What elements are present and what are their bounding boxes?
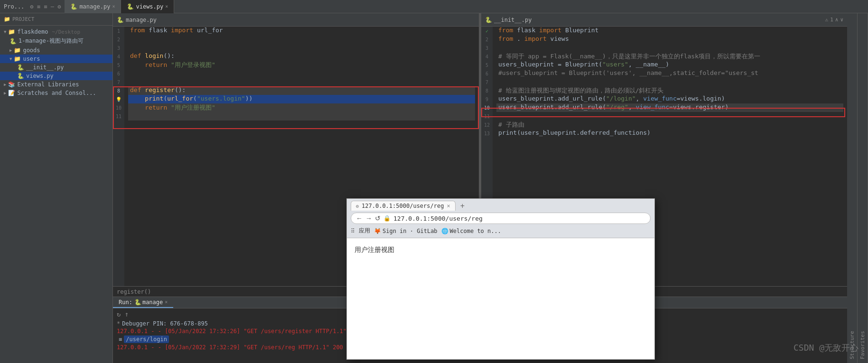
- right-line-9: users_blueprint.add_url_rule("/login", v…: [496, 95, 843, 103]
- right-line-7: [496, 78, 843, 86]
- run-tab[interactable]: Run: 🐍 manage ×: [113, 297, 173, 308]
- folder-icon-goods: 📁: [14, 47, 21, 54]
- code-line-3: [128, 44, 475, 52]
- browser-page-content: 用户注册视图: [347, 238, 654, 359]
- browser-url[interactable]: 127.0.0.1:5000/users/reg: [393, 215, 645, 222]
- browser-refresh-button[interactable]: ↺: [375, 214, 381, 222]
- app-title: Pro...: [4, 3, 24, 10]
- tab-close-views[interactable]: ×: [165, 4, 168, 9]
- project-tree[interactable]: ▼ 📁 flaskdemo ~/Desktop 🐍 1-manage-视图与路由…: [0, 26, 112, 363]
- run-icon: 🐍: [134, 299, 141, 306]
- tree-item-goods[interactable]: ▶ 📁 goods: [0, 46, 112, 55]
- tab-close-manage[interactable]: ×: [112, 4, 115, 9]
- arrow-icon: ▼: [4, 29, 6, 34]
- browser-tabs: ⊙ 127.0.0.1:5000/users/reg × +: [351, 201, 651, 211]
- right-line-5: users_blueprint = Blueprint("users", __n…: [496, 61, 843, 69]
- favorites-tab[interactable]: Favorites: [858, 13, 868, 363]
- code-line-1: from flask import url_for: [128, 27, 475, 35]
- right-line-2: from . import views: [496, 35, 843, 44]
- browser-address-bar: ← → ↺ 🔒 127.0.0.1:5000/users/reg: [351, 213, 651, 224]
- external-icon: 📚: [8, 81, 15, 88]
- browser-tab-active[interactable]: ⊙ 127.0.0.1:5000/users/reg ×: [351, 201, 456, 211]
- browser-favicon: ⊙: [356, 204, 359, 209]
- tree-item-scratches[interactable]: ▶ 📝 Scratches and Consol...: [0, 89, 112, 97]
- bookmarks-icon: ⠿: [351, 228, 355, 234]
- browser-forward-button[interactable]: →: [365, 214, 372, 222]
- gitlab-icon: 🦊: [374, 228, 381, 234]
- highlighted-path: /users/login: [124, 335, 169, 343]
- scroll-up-icon[interactable]: ↑: [124, 310, 128, 318]
- right-line-8: # 给蓝图注册视图与绑定视图的路由，路由必须以/斜杠开头: [496, 86, 843, 95]
- browser-back-button[interactable]: ←: [356, 214, 363, 222]
- right-line-1: from flask import Blueprint: [496, 27, 843, 35]
- code-line-7: [128, 78, 475, 86]
- arrow-icon-ext: ▶: [4, 82, 6, 87]
- highlight-path-icon: ≡: [119, 336, 122, 343]
- right-line-6: #users_blueprint = Blueprint('users', __…: [496, 69, 843, 78]
- right-line-11: [496, 112, 843, 121]
- tab-views-py[interactable]: 🐍 views.py ×: [121, 0, 174, 13]
- warning-icon: ⚠: [825, 17, 829, 23]
- code-line-8: def register():: [128, 86, 475, 95]
- py-icon-views: 🐍: [17, 73, 24, 79]
- code-line-2: [128, 35, 475, 44]
- tree-item-users[interactable]: ▼ 📁 users: [0, 55, 112, 63]
- project-icon: 📁: [4, 16, 10, 22]
- code-line-4: def login():: [128, 52, 475, 61]
- scratches-icon: 📝: [8, 90, 15, 96]
- welcome-icon: 🌐: [441, 228, 448, 234]
- watermark: CSDN @无敌开心: [793, 342, 859, 354]
- browser-window: ⊙ 127.0.0.1:5000/users/reg × + ← → ↺ 🔒 1…: [346, 198, 655, 360]
- sidebar-header: 📁 Project: [0, 13, 112, 26]
- tree-item-flaskdemo[interactable]: ▼ 📁 flaskdemo ~/Desktop: [0, 28, 112, 36]
- left-filename: manage.py: [126, 17, 157, 23]
- left-gutter: 1 2 3 4 5 6 7 8 💡 10 11: [113, 27, 124, 286]
- browser-bookmarks: ⠿ 应用 🦊 Sign in · GitLab 🌐 Welcome to n..…: [351, 226, 651, 236]
- folder-icon: 📁: [8, 28, 15, 35]
- tree-item-1manage[interactable]: 🐍 1-manage-视图与路由可: [0, 36, 112, 46]
- browser-lock-icon: 🔒: [383, 215, 391, 222]
- arrow-icon-users: ▼: [9, 56, 12, 61]
- right-line-13: print(users_blueprint.deferred_functions…: [496, 129, 843, 138]
- right-line-12: # 子路由: [496, 121, 843, 129]
- code-line-5: return "用户登录视图": [128, 61, 475, 69]
- right-line-3: [496, 44, 843, 52]
- tab-manage-py[interactable]: 🐍 manage.py ×: [65, 0, 121, 13]
- py-icon: 🐍: [9, 38, 17, 45]
- right-filename: __init__.py: [494, 17, 532, 23]
- browser-tab-close[interactable]: ×: [447, 203, 450, 209]
- page-text: 用户注册视图: [355, 246, 394, 253]
- code-line-11: [128, 112, 475, 121]
- folder-icon-users: 📁: [14, 56, 21, 62]
- tree-item-external[interactable]: ▶ 📚 External Libraries: [0, 80, 112, 89]
- py-icon-init: 🐍: [17, 64, 24, 71]
- bottom-hint-text: register(): [117, 289, 151, 295]
- bookmark-gitlab[interactable]: 🦊 Sign in · GitLab: [374, 228, 438, 234]
- editor-tab-bar: 🐍 manage.py × 🐍 views.py ×: [65, 0, 174, 13]
- right-line-4: # 等同于 app = Flask(__name__)，只是这里并非一个独立的f…: [496, 52, 843, 61]
- right-line-10: users_blueprint.add_url_rule("/reg", vie…: [496, 103, 843, 112]
- bookmark-apps[interactable]: 应用: [359, 227, 370, 235]
- project-sidebar: 📁 Project ▼ 📁 flaskdemo ~/Desktop 🐍 1-ma…: [0, 13, 113, 363]
- browser-new-tab-button[interactable]: +: [457, 202, 467, 210]
- arrow-icon-scratches: ▶: [4, 91, 6, 95]
- bookmark-welcome[interactable]: 🌐 Welcome to n...: [441, 228, 501, 234]
- file-icon-right: 🐍: [485, 17, 492, 23]
- top-bar: Pro... ⚙ ≡ ≡ — ⚙ 🐍 manage.py × 🐍 views.p…: [0, 0, 868, 13]
- tree-item-views[interactable]: 🐍 views.py: [0, 72, 112, 80]
- tree-item-init[interactable]: 🐍 __init__.py: [0, 63, 112, 72]
- restart-icon[interactable]: ↻: [117, 310, 121, 318]
- code-line-6: [128, 69, 475, 78]
- arrow-icon-goods: ▶: [9, 48, 12, 53]
- browser-chrome: ⊙ 127.0.0.1:5000/users/reg × + ← → ↺ 🔒 1…: [347, 199, 654, 238]
- code-line-10: return "用户注册视图": [128, 103, 475, 112]
- file-icon-left: 🐍: [117, 17, 124, 23]
- structure-tab[interactable]: Structure: [847, 13, 858, 363]
- code-line-9: print(url_for("users.login")): [128, 95, 475, 103]
